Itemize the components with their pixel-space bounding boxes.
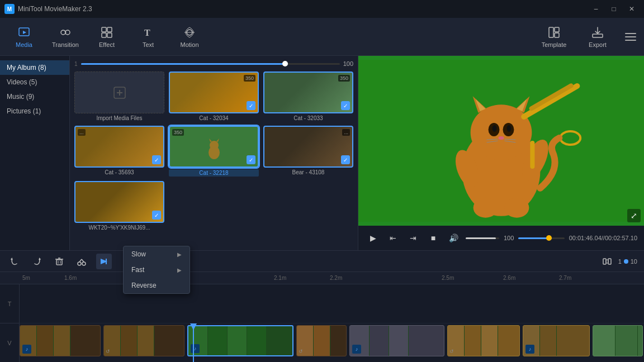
redo-button[interactable] — [29, 254, 45, 269]
check-badge-5: ✓ — [341, 155, 350, 164]
export-icon — [591, 26, 604, 39]
step-back-button[interactable]: ⇤ — [385, 230, 401, 246]
svg-line-53 — [79, 259, 82, 262]
timeline-clip[interactable]: ↺ ♪ — [349, 325, 444, 356]
toolbar: Media Transition Effect T Text Motion — [0, 18, 644, 56]
minimize-button[interactable]: – — [588, 3, 604, 15]
media-tool-button[interactable]: Media — [4, 20, 44, 54]
context-menu-item-fast[interactable]: Fast ▶ — [124, 262, 190, 278]
transition-tool-button[interactable]: Transition — [46, 20, 85, 54]
delete-button[interactable] — [51, 254, 67, 269]
preview-panel: ⤢ ▶ ⇤ ⇥ ■ 🔊 100 00:01:46.04//00:02:57.10 — [358, 56, 644, 250]
volume-fill — [466, 237, 496, 239]
stop-button[interactable]: ■ — [425, 230, 441, 246]
play-button[interactable]: ▶ — [365, 230, 381, 246]
effect-icon — [100, 26, 113, 39]
media-item-label: Cat - 35693 — [74, 169, 164, 175]
slider-value: 100 — [343, 60, 353, 67]
effect-tool-button[interactable]: Effect — [87, 20, 126, 54]
ruler-mark: 2.6m — [503, 275, 515, 281]
svg-point-19 — [210, 141, 219, 150]
clip-audio-indicator: ♪ — [191, 344, 200, 353]
ctx-arrow: ▶ — [177, 251, 182, 258]
res-badge: 350 — [244, 75, 255, 82]
context-menu-item-reverse[interactable]: Reverse — [124, 278, 190, 293]
template-tool-button[interactable]: Template — [534, 20, 574, 54]
svg-rect-4 — [102, 27, 106, 32]
sidebar-item-myalbum[interactable]: My Album (8) — [0, 60, 69, 75]
motion-icon — [183, 26, 196, 39]
timeline-clip[interactable]: ↺ — [296, 325, 347, 356]
svg-point-42 — [473, 198, 498, 218]
ruler-mark: 2.7m — [559, 275, 571, 281]
timeline-tracks: T V ↺ ♪ — [0, 284, 644, 362]
export-tool-button[interactable]: Export — [578, 20, 617, 54]
maximize-button[interactable]: □ — [606, 3, 622, 15]
media-badge-left: ... — [78, 129, 86, 136]
fullscreen-button[interactable]: ⤢ — [627, 209, 641, 222]
volume-slider[interactable] — [466, 237, 499, 239]
undo-button[interactable] — [7, 254, 22, 269]
volume-button[interactable]: 🔊 — [446, 230, 461, 246]
title-controls: – □ ✕ — [588, 3, 640, 15]
timeline-clip[interactable]: ↺ ♪ — [523, 325, 590, 356]
timeline-clip-selected[interactable]: ↺ ♪ — [187, 325, 293, 356]
text-tool-button[interactable]: T Text — [129, 20, 168, 54]
close-button[interactable]: ✕ — [624, 3, 640, 15]
svg-marker-45 — [39, 258, 41, 261]
clip-frame — [615, 326, 638, 356]
clip-frame — [208, 326, 228, 355]
list-item[interactable]: 350 ✓ Cat - 32218 — [169, 126, 259, 177]
media-badge-left-2: 350 — [172, 129, 184, 136]
slider-track — [81, 63, 340, 65]
ctx-arrow-2: ▶ — [177, 267, 182, 273]
sidebar-item-videos[interactable]: Videos (5) — [0, 75, 69, 89]
list-item[interactable]: 350 ✓ Cat - 32034 — [169, 72, 259, 121]
storyboard-button[interactable] — [599, 254, 615, 269]
media-item-label: Cat - 32033 — [263, 115, 353, 121]
template-icon — [547, 26, 561, 39]
context-menu-item-slow[interactable]: Slow ▶ — [124, 246, 190, 262]
timeline-clip[interactable] — [593, 325, 643, 356]
ruler-mark: 2.1m — [274, 275, 286, 281]
clip-audio-indicator: ♪ — [525, 345, 534, 354]
svg-point-2 — [61, 30, 65, 35]
bear-43108-thumb: ... ✓ — [263, 126, 353, 168]
ruler-mark: 2.2m — [330, 275, 342, 281]
speed-button[interactable] — [96, 254, 112, 269]
text-track-label: T — [0, 284, 19, 323]
text-icon: T — [141, 26, 155, 39]
media-item-label: WKT20~%Y'XK9NIJ69... — [74, 225, 164, 231]
media-panel: 1 100 Import Media Files 350 ✓ — [70, 56, 358, 250]
progress-bar[interactable] — [518, 237, 564, 239]
time-display: 00:01:46.04//00:02:57.10 — [569, 235, 637, 241]
timeline-clip[interactable]: ↺ ♪ — [20, 325, 101, 356]
list-item[interactable]: Import Media Files — [74, 72, 164, 121]
list-item[interactable]: ... ✓ Bear - 43108 — [263, 126, 353, 177]
timeline-toolbar: 1 10 — [0, 251, 644, 272]
list-item[interactable]: 350 ✓ Cat - 32033 — [263, 72, 353, 121]
media-item-label-selected: Cat - 32218 — [169, 169, 259, 177]
playhead — [193, 323, 194, 362]
clip-frame — [465, 326, 481, 356]
list-item[interactable]: ✓ WKT20~%Y'XK9NIJ69... — [74, 181, 164, 231]
clip-inner: ↺ — [350, 326, 444, 356]
sidebar: My Album (8) Videos (5) Music (9) Pictur… — [0, 56, 70, 250]
motion-tool-button[interactable]: Motion — [170, 20, 209, 54]
timeline-clip[interactable]: ↺ — [447, 325, 520, 356]
list-item[interactable]: ... ✓ Cat - 35693 — [74, 126, 164, 177]
clip-frame — [481, 326, 498, 356]
cat-32218-thumb: 350 ✓ — [169, 126, 259, 168]
sidebar-item-music[interactable]: Music (9) — [0, 89, 69, 104]
zoom-slider[interactable]: 1 100 — [74, 60, 353, 67]
sidebar-item-pictures[interactable]: Pictures (1) — [0, 104, 69, 118]
cut-button[interactable] — [74, 254, 89, 269]
svg-rect-13 — [555, 33, 559, 37]
tl-right: 1 10 — [599, 254, 637, 269]
svg-point-31 — [499, 136, 504, 140]
hamburger-menu[interactable] — [622, 28, 640, 46]
step-forward-button[interactable]: ⇥ — [405, 230, 421, 246]
timeline-clip[interactable]: ↺ — [103, 325, 184, 356]
clip-frame — [370, 326, 389, 356]
svg-rect-12 — [555, 27, 559, 32]
